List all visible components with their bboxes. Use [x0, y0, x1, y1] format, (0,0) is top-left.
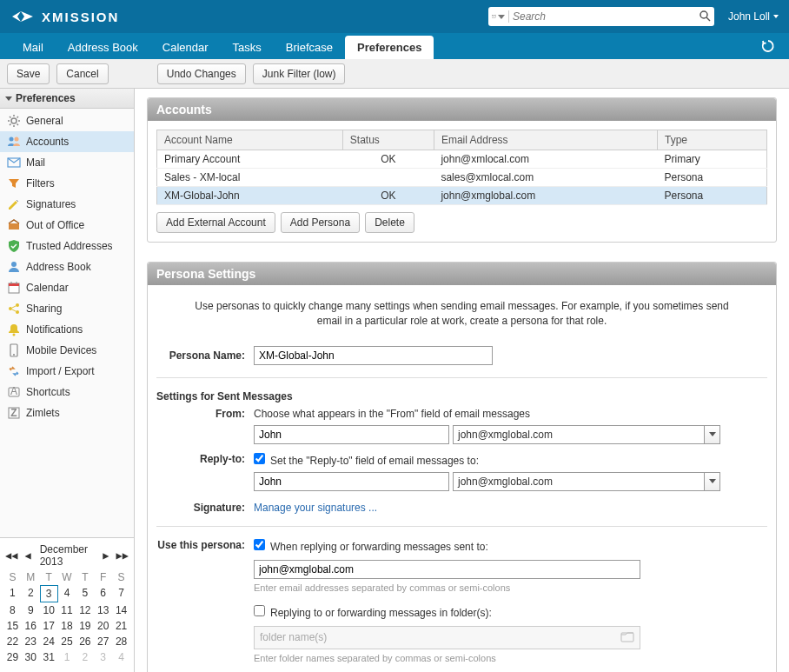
cal-day[interactable]: 15: [3, 618, 22, 634]
sidebar-item-mobile-devices[interactable]: Mobile Devices: [0, 340, 134, 361]
sidebar-item-calendar[interactable]: Calendar: [0, 277, 134, 298]
sidebar-item-trusted-addresses[interactable]: Trusted Addresses: [0, 236, 134, 256]
cal-day[interactable]: 30: [22, 649, 40, 665]
cal-day[interactable]: 1: [58, 649, 76, 665]
chevron-down-icon[interactable]: [705, 425, 720, 444]
gear-icon: [7, 114, 21, 128]
sidebar-item-signatures[interactable]: Signatures: [0, 194, 134, 215]
sidebar-item-sharing[interactable]: Sharing: [0, 298, 134, 319]
cal-day[interactable]: 26: [76, 634, 94, 649]
add-persona-button[interactable]: Add Persona: [281, 212, 360, 233]
reply-name-input[interactable]: [254, 472, 449, 491]
tab-preferences[interactable]: Preferences: [345, 36, 434, 59]
sidebar-item-general[interactable]: General: [0, 110, 134, 131]
cal-day[interactable]: 5: [76, 585, 94, 602]
sidebar-item-address-book[interactable]: Address Book: [0, 256, 134, 277]
sidebar-item-zimlets[interactable]: ZZimlets: [0, 403, 134, 423]
cal-day[interactable]: 11: [58, 602, 76, 618]
cal-day[interactable]: 31: [40, 649, 58, 665]
tab-tasks[interactable]: Tasks: [221, 36, 274, 59]
svg-point-5: [15, 137, 19, 142]
search-box[interactable]: [488, 7, 714, 26]
undo-changes-button[interactable]: Undo Changes: [157, 63, 246, 84]
search-icon[interactable]: [699, 10, 711, 24]
sidebar-item-accounts[interactable]: Accounts: [0, 131, 134, 152]
cal-day[interactable]: 16: [22, 618, 40, 634]
cancel-button[interactable]: Cancel: [56, 63, 108, 84]
manage-signatures-link[interactable]: Manage your signatures ...: [254, 502, 377, 514]
cal-prev-icon[interactable]: ◀: [23, 549, 32, 562]
sidebar-item-import-export[interactable]: Import / Export: [0, 361, 134, 382]
cal-day[interactable]: 4: [112, 649, 130, 665]
tab-calendar[interactable]: Calendar: [150, 36, 221, 59]
cal-dow: T: [40, 569, 58, 585]
cal-day[interactable]: 12: [76, 602, 94, 618]
cal-day[interactable]: 3: [40, 585, 58, 602]
sidebar-item-mail[interactable]: Mail: [0, 152, 134, 173]
user-menu[interactable]: John Loll: [728, 10, 779, 23]
cal-day[interactable]: 28: [112, 634, 130, 649]
reply-email-select[interactable]: john@xmglobal.com: [453, 472, 720, 491]
cal-day[interactable]: 13: [94, 602, 112, 618]
save-button[interactable]: Save: [7, 63, 50, 84]
cal-day[interactable]: 2: [22, 585, 40, 602]
cal-day[interactable]: 23: [22, 634, 40, 649]
cal-day[interactable]: 14: [112, 602, 130, 618]
chevron-down-icon[interactable]: [705, 472, 720, 491]
folder-checkbox[interactable]: [254, 605, 265, 616]
cal-day[interactable]: 3: [94, 649, 112, 665]
cal-day[interactable]: 29: [3, 649, 22, 665]
cal-day[interactable]: 10: [40, 602, 58, 618]
folder-picker-icon[interactable]: [620, 630, 634, 645]
use-persona-checkbox-label[interactable]: When replying or forwarding messages sen…: [254, 541, 488, 553]
table-row[interactable]: Primary AccountOKjohn@xmlocal.comPrimary: [157, 150, 767, 169]
cal-day[interactable]: 9: [22, 602, 40, 618]
cal-day[interactable]: 27: [94, 634, 112, 649]
table-row[interactable]: XM-Global-JohnOKjohn@xmglobal.comPersona: [157, 187, 767, 205]
folder-checkbox-label[interactable]: Replying to or forwarding messages in fo…: [254, 607, 492, 619]
search-scope-icon[interactable]: [492, 10, 509, 23]
cal-day[interactable]: 25: [58, 634, 76, 649]
sidebar-item-shortcuts[interactable]: AShortcuts: [0, 382, 134, 403]
cal-day[interactable]: 24: [40, 634, 58, 649]
search-input[interactable]: [513, 10, 699, 23]
cal-day[interactable]: 4: [58, 585, 76, 602]
cal-day[interactable]: 21: [112, 618, 130, 634]
delete-account-button[interactable]: Delete: [365, 212, 414, 233]
cal-day[interactable]: 22: [3, 634, 22, 649]
reply-to-checkbox-label[interactable]: Set the "Reply-to" field of email messag…: [254, 455, 479, 467]
bell-icon: [7, 323, 21, 336]
junk-filter-button[interactable]: Junk Filter (low): [253, 63, 346, 84]
add-external-account-button[interactable]: Add External Account: [156, 212, 275, 233]
cal-day[interactable]: 17: [40, 618, 58, 634]
refresh-icon[interactable]: [758, 36, 779, 59]
cal-day[interactable]: 1: [3, 585, 22, 602]
cal-day[interactable]: 7: [112, 585, 130, 602]
cal-day[interactable]: 20: [94, 618, 112, 634]
persona-panel-title: Persona Settings: [148, 263, 776, 285]
sidebar-item-out-of-office[interactable]: Out of Office: [0, 215, 134, 236]
sidebar-item-filters[interactable]: Filters: [0, 173, 134, 194]
cal-next-icon[interactable]: ▶: [101, 549, 110, 562]
cal-next-month-icon[interactable]: ▶▶: [115, 549, 130, 562]
use-persona-checkbox[interactable]: [254, 539, 265, 550]
cal-day[interactable]: 18: [58, 618, 76, 634]
tab-mail[interactable]: Mail: [10, 36, 56, 59]
sidebar-item-notifications[interactable]: Notifications: [0, 319, 134, 340]
tab-briefcase[interactable]: Briefcase: [274, 36, 345, 59]
use-persona-email-input[interactable]: [254, 560, 640, 579]
reply-to-checkbox[interactable]: [254, 453, 265, 464]
from-name-input[interactable]: [254, 425, 449, 444]
cal-prev-month-icon[interactable]: ◀◀: [3, 549, 19, 562]
persona-name-input[interactable]: [254, 346, 493, 365]
table-header: Type: [658, 130, 767, 150]
cal-day[interactable]: 6: [94, 585, 112, 602]
table-row[interactable]: Sales - XM-localsales@xmlocal.comPersona: [157, 169, 767, 187]
from-email-select[interactable]: john@xmglobal.com: [453, 425, 720, 444]
tab-address-book[interactable]: Address Book: [56, 36, 150, 59]
cal-day[interactable]: 2: [76, 649, 94, 665]
sidebar-item-label: Calendar: [26, 282, 69, 294]
cal-day[interactable]: 8: [3, 602, 22, 618]
cal-day[interactable]: 19: [76, 618, 94, 634]
shortcut-icon: A: [7, 385, 21, 399]
